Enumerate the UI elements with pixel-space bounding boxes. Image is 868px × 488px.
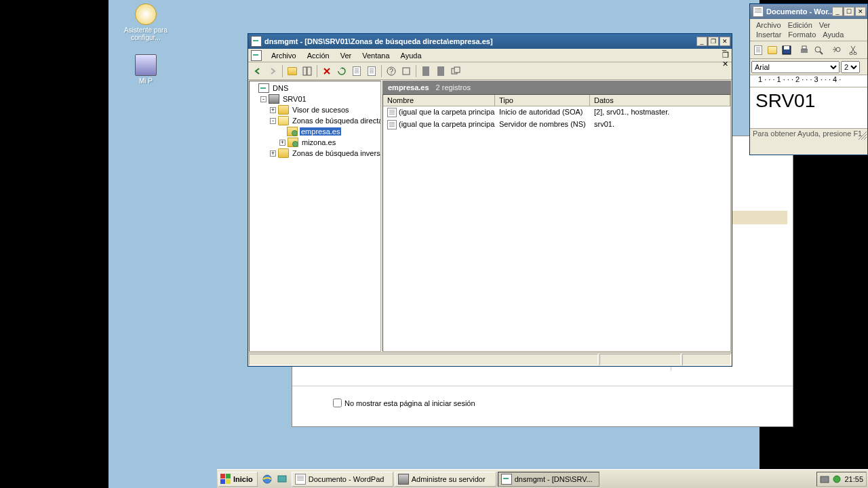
tray-icon[interactable]: [832, 474, 842, 484]
task-manage-server[interactable]: Administre su servidor: [395, 472, 496, 487]
menu-edicion[interactable]: Edición: [785, 20, 816, 30]
record-row[interactable]: (igual que la carpeta principal) Inicio …: [383, 106, 730, 119]
dont-show-checkbox[interactable]: No mostrar esta página al iniciar sesión: [333, 399, 752, 407]
record-row[interactable]: (igual que la carpeta principal) Servido…: [383, 119, 730, 131]
properties-button[interactable]: [365, 64, 378, 78]
folder-icon: [278, 148, 289, 158]
svg-rect-22: [821, 476, 829, 483]
restore-button[interactable]: ❐: [708, 37, 719, 46]
record-icon: [387, 120, 397, 129]
checkbox-input[interactable]: [333, 399, 342, 407]
tree-reverse-zones[interactable]: + Zonas de búsqueda inversa: [251, 148, 379, 159]
close-button[interactable]: ✕: [855, 7, 866, 16]
up-button[interactable]: [285, 64, 299, 78]
tree-zone-empresa[interactable]: empresa.es: [251, 126, 379, 137]
minimize-button[interactable]: _: [696, 37, 707, 46]
clock[interactable]: 21:55: [844, 475, 863, 483]
task-wordpad[interactable]: Documento - WordPad: [292, 472, 393, 487]
delete-button[interactable]: [320, 64, 334, 78]
new-button[interactable]: [751, 43, 765, 57]
resize-grip-icon[interactable]: [859, 131, 867, 140]
taskbar: Inicio Documento - WordPad Administre su…: [217, 469, 868, 488]
font-family-select[interactable]: Arial: [751, 61, 840, 73]
menu-insertar[interactable]: Insertar: [753, 30, 785, 39]
svg-rect-6: [454, 67, 460, 73]
tree-root-dns[interactable]: DNS: [251, 83, 379, 94]
svg-rect-21: [278, 476, 286, 482]
server-icon: [398, 474, 409, 485]
help-button[interactable]: ?: [384, 64, 398, 78]
tree-server[interactable]: - SRV01: [251, 94, 379, 104]
expand-icon[interactable]: +: [270, 107, 276, 113]
col-tipo[interactable]: Tipo: [495, 95, 590, 106]
tree-event-viewer[interactable]: + Visor de sucesos: [251, 104, 379, 115]
collapse-icon[interactable]: -: [270, 118, 276, 124]
print-button[interactable]: [797, 43, 811, 57]
document-area[interactable]: SRV01: [750, 87, 867, 128]
back-button[interactable]: [251, 64, 264, 78]
maximize-button[interactable]: ☐: [844, 7, 854, 16]
record-icon: [387, 108, 397, 117]
start-button[interactable]: Inicio: [218, 472, 258, 487]
minimize-button[interactable]: _: [832, 7, 843, 16]
tray-icon[interactable]: [820, 474, 829, 484]
tree-zone-mizona[interactable]: + mizona.es: [251, 137, 379, 148]
menu-ayuda[interactable]: Ayuda: [819, 30, 847, 39]
col-datos[interactable]: Datos: [590, 95, 730, 106]
refresh-button[interactable]: [335, 64, 349, 78]
titlebar[interactable]: dnsmgmt - [DNS\SRV01\Zonas de búsqueda d…: [248, 34, 732, 49]
save-button[interactable]: [780, 43, 793, 57]
menu-archivo[interactable]: Archivo: [266, 50, 302, 61]
forward-button[interactable]: [266, 64, 279, 78]
tree-pane[interactable]: DNS - SRV01 + Visor de sucesos - Zonas d…: [249, 81, 381, 352]
font-toolbar: Arial 2: [750, 59, 867, 75]
menu-archivo[interactable]: Archivo: [753, 20, 785, 30]
menu-accion[interactable]: Acción: [302, 50, 335, 61]
new-window-button[interactable]: [399, 64, 413, 78]
menu-ventana[interactable]: Ventana: [357, 50, 395, 61]
wordpad-menubar: Archivo Edición Ver Insertar Formato Ayu…: [750, 19, 867, 41]
ie-button[interactable]: [260, 472, 274, 486]
open-button[interactable]: [766, 43, 779, 57]
tree-forward-zones[interactable]: - Zonas de búsqueda directa: [251, 115, 379, 126]
font-size-select[interactable]: 2: [841, 61, 860, 73]
export-button[interactable]: [350, 64, 363, 78]
wordpad-toolbar: [750, 41, 867, 59]
preview-button[interactable]: [812, 43, 825, 57]
menu-ver[interactable]: Ver: [816, 20, 834, 30]
mdi-minimize-button[interactable]: _: [722, 43, 729, 51]
expand-icon[interactable]: +: [279, 140, 285, 146]
desktop-icon-wizard[interactable]: Asistente para configur...: [122, 3, 170, 41]
desktop-icon-mypc[interactable]: Mi P: [122, 54, 170, 85]
tool-button[interactable]: [419, 64, 433, 78]
mdi-close-button[interactable]: ✕: [722, 60, 729, 68]
menu-formato[interactable]: Formato: [785, 30, 819, 39]
tool-button[interactable]: [434, 64, 448, 78]
svg-line-12: [820, 52, 823, 54]
col-nombre[interactable]: Nombre: [383, 95, 495, 106]
system-tray[interactable]: 21:55: [816, 472, 867, 487]
svg-rect-4: [403, 68, 410, 75]
menu-ver[interactable]: Ver: [335, 50, 357, 61]
wordpad-titlebar[interactable]: Documento - Wor... _ ☐ ✕: [750, 4, 867, 19]
svg-text:?: ?: [389, 67, 393, 75]
find-button[interactable]: [829, 43, 843, 57]
quick-launch: [260, 472, 289, 486]
svg-rect-10: [802, 46, 806, 49]
ruler[interactable]: 1 · · · 1 · · · 2 · · · 3 · · · 4 ·: [750, 75, 867, 87]
task-dnsmgmt[interactable]: dnsmgmt - [DNS\SRV...: [498, 472, 599, 487]
records-grid[interactable]: Nombre Tipo Datos (igual que la carpeta …: [382, 94, 731, 352]
show-hide-button[interactable]: [300, 64, 314, 78]
expand-icon[interactable]: +: [270, 150, 276, 157]
desktop-button[interactable]: [275, 472, 289, 486]
grid-headers[interactable]: Nombre Tipo Datos: [383, 95, 730, 106]
cut-button[interactable]: [847, 43, 861, 57]
dnsmgmt-window: dnsmgmt - [DNS\SRV01\Zonas de búsqueda d…: [248, 33, 732, 367]
collapse-icon[interactable]: -: [260, 96, 267, 102]
mdi-restore-button[interactable]: ❐: [722, 51, 729, 60]
tool-button[interactable]: [449, 64, 462, 78]
svg-rect-0: [303, 67, 307, 75]
menu-ayuda[interactable]: Ayuda: [395, 50, 427, 61]
desktop: Asistente para configur... Mi P inist gu…: [108, 0, 760, 488]
svg-point-23: [833, 476, 840, 483]
